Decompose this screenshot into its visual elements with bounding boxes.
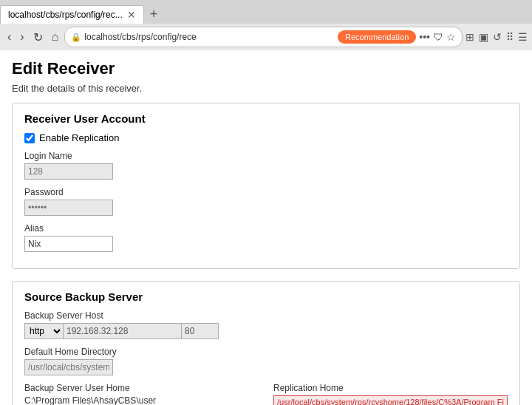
home-dir-input[interactable] xyxy=(24,359,113,375)
port-input[interactable] xyxy=(182,323,219,339)
backup-server-user-value: C:\Program Files\AhsayCBS\user xyxy=(24,395,259,405)
login-name-field: Login Name xyxy=(24,151,508,180)
nav-bar: ‹ › ↻ ⌂ 🔒 localhost/cbs/rps/config/rece … xyxy=(0,24,532,50)
address-bar[interactable]: 🔒 localhost/cbs/rps/config/rece Recommen… xyxy=(64,27,463,47)
alias-field: Alias xyxy=(24,223,508,252)
more-icon[interactable]: ••• xyxy=(419,31,430,43)
browser-chrome: localhost/cbs/rps/config/rec... ✕ + ‹ › … xyxy=(0,0,532,50)
source-section-title: Source Backup Server xyxy=(24,290,508,303)
home-button[interactable]: ⌂ xyxy=(49,29,62,45)
tab-bar: localhost/cbs/rps/config/rec... ✕ + xyxy=(0,0,532,24)
library-icon[interactable]: ⊞ xyxy=(466,31,474,43)
page-subtitle: Edit the details of this receiver. xyxy=(12,83,520,94)
address-text: localhost/cbs/rps/config/rece xyxy=(84,32,335,42)
login-name-label: Login Name xyxy=(24,151,508,161)
receiver-section: Receiver User Account Enable Replication… xyxy=(12,103,520,269)
home-dir-field: Default Home Directory xyxy=(24,347,508,375)
password-input[interactable] xyxy=(24,200,113,216)
recommendation-button[interactable]: Recommendation xyxy=(338,30,416,44)
security-icon: 🔒 xyxy=(71,33,81,42)
password-field: Password xyxy=(24,187,508,216)
browser-nav-icons: ⊞ ▣ ↺ ⠿ ☰ xyxy=(466,31,528,43)
enable-replication-label: Enable Replication xyxy=(39,132,119,143)
forward-button[interactable]: › xyxy=(17,29,27,45)
protocol-select[interactable]: http https xyxy=(24,323,64,339)
page-content: Edit Receiver Edit the details of this r… xyxy=(0,50,532,405)
host-row: http https xyxy=(24,323,508,339)
host-field: Backup Server Host http https xyxy=(24,310,508,339)
alias-input[interactable] xyxy=(24,236,113,252)
password-label: Password xyxy=(24,187,508,197)
receiver-section-title: Receiver User Account xyxy=(24,112,508,125)
host-label: Backup Server Host xyxy=(24,310,508,321)
new-tab-button[interactable]: + xyxy=(144,7,164,22)
home-dir-label: Default Home Directory xyxy=(24,347,508,357)
menu-icon[interactable]: ☰ xyxy=(518,31,528,43)
shield-icon: 🛡 xyxy=(433,31,443,43)
active-tab[interactable]: localhost/cbs/rps/config/rec... ✕ xyxy=(0,5,144,24)
backup-server-user-label: Backup Server User Home xyxy=(24,383,259,393)
tab-close-icon[interactable]: ✕ xyxy=(127,9,136,21)
login-name-input[interactable] xyxy=(24,163,113,180)
sync-icon[interactable]: ↺ xyxy=(493,31,502,43)
enable-replication-row: Enable Replication xyxy=(24,132,508,143)
replication-home-label: Replication Home xyxy=(273,383,508,393)
replication-home-col: Replication Home /usr/local/cbs/system/r… xyxy=(273,383,508,405)
host-input[interactable] xyxy=(64,323,182,339)
two-col-row: Backup Server User Home C:\Program Files… xyxy=(24,383,508,405)
alias-label: Alias xyxy=(24,223,508,234)
tab-title: localhost/cbs/rps/config/rec... xyxy=(8,10,123,20)
tabs-icon[interactable]: ▣ xyxy=(479,31,488,43)
reload-button[interactable]: ↻ xyxy=(30,29,46,46)
back-button[interactable]: ‹ xyxy=(4,29,14,45)
replication-home-value: /usr/local/cbs/system/rps/rcvshome/128/f… xyxy=(273,395,508,405)
enable-replication-checkbox[interactable] xyxy=(24,133,35,143)
backup-server-user-col: Backup Server User Home C:\Program Files… xyxy=(24,383,259,405)
page-title: Edit Receiver xyxy=(12,59,520,78)
bookmark-icon[interactable]: ☆ xyxy=(446,31,456,43)
source-section: Source Backup Server Backup Server Host … xyxy=(12,281,520,405)
extensions-icon[interactable]: ⠿ xyxy=(506,31,514,43)
